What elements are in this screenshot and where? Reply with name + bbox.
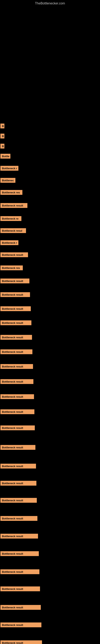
bottleneck-bar-33: Bottleneck result bbox=[0, 586, 40, 591]
bottleneck-bar-34: Bottleneck result bbox=[0, 605, 41, 610]
bottleneck-bar-5: Bottleneck r bbox=[0, 166, 18, 171]
bottleneck-bar-15: Bottleneck result bbox=[0, 292, 30, 297]
bottleneck-bar-27: Bottleneck result bbox=[0, 481, 36, 486]
bottleneck-bar-1: B bbox=[0, 124, 4, 128]
bottleneck-bar-31: Bottleneck result bbox=[0, 551, 39, 556]
bottleneck-bar-32: Bottleneck result bbox=[0, 569, 39, 574]
bottleneck-bar-25: Bottleneck result bbox=[0, 445, 35, 450]
bottleneck-bar-28: Bottleneck result bbox=[0, 498, 37, 503]
bottleneck-bar-12: Bottleneck result bbox=[0, 252, 28, 257]
bottleneck-bar-23: Bottleneck result bbox=[0, 409, 34, 414]
bottleneck-bar-26: Bottleneck result bbox=[0, 464, 36, 468]
bottleneck-bar-8: Bottleneck result bbox=[0, 203, 27, 208]
bottleneck-bar-22: Bottleneck result bbox=[0, 394, 34, 399]
bottleneck-bar-16: Bottleneck result bbox=[0, 306, 31, 311]
bottleneck-bar-36: Bottleneck result bbox=[0, 640, 42, 644]
bottleneck-bar-2: B bbox=[0, 134, 4, 138]
bottleneck-bar-20: Bottleneck result bbox=[0, 364, 33, 369]
bottleneck-bar-19: Bottleneck result bbox=[0, 349, 32, 354]
bottleneck-bar-10: Bottleneck resul bbox=[0, 228, 26, 233]
bottleneck-bar-13: Bottleneck res bbox=[0, 266, 23, 270]
bottleneck-bar-9: Bottleneck re bbox=[0, 216, 21, 221]
bottleneck-bar-17: Bottleneck result bbox=[0, 320, 31, 325]
bottleneck-bar-7: Bottleneck res bbox=[0, 190, 22, 195]
bottleneck-bar-3: B bbox=[0, 144, 4, 148]
bottleneck-bar-11: Bottleneck r bbox=[0, 240, 18, 245]
bottleneck-bar-4: Bottle bbox=[0, 154, 10, 158]
bottleneck-bar-6: Bottlenec bbox=[0, 178, 15, 183]
bottleneck-bar-35: Bottleneck result bbox=[0, 622, 41, 627]
bottleneck-bar-21: Bottleneck result bbox=[0, 379, 33, 384]
bottleneck-bar-18: Bottleneck result bbox=[0, 335, 32, 340]
bottleneck-bar-30: Bottleneck result bbox=[0, 534, 38, 538]
bottleneck-bar-14: Bottleneck result bbox=[0, 278, 29, 283]
bottleneck-bar-24: Bottleneck result bbox=[0, 426, 35, 430]
bottleneck-bar-29: Bottleneck result bbox=[0, 516, 37, 521]
site-title: TheBottlenecker.com bbox=[0, 0, 100, 7]
